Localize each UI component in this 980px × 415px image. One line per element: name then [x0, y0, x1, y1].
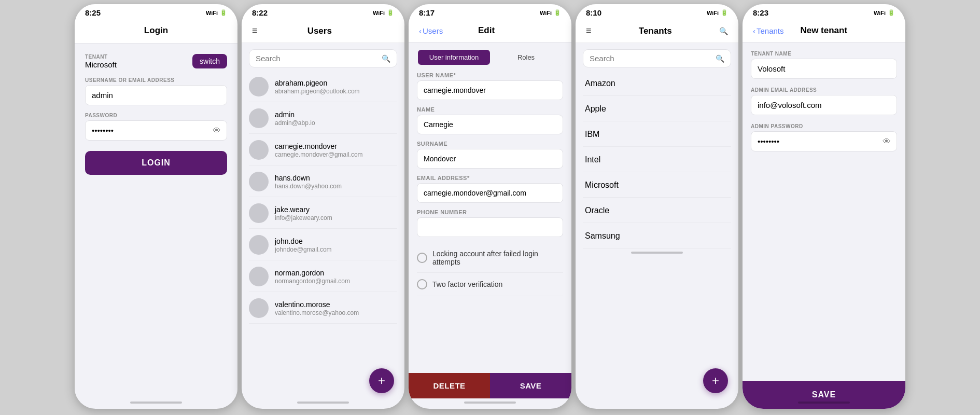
avatar [249, 108, 269, 128]
tenants-search-bar[interactable]: 🔍 [583, 49, 731, 67]
nt-email-label: ADMIN EMAIL ADDRESS [751, 87, 897, 93]
back-to-tenants[interactable]: ‹ Tenants [753, 26, 784, 35]
list-item[interactable]: carnegie.mondover carnegie.mondover@gmai… [249, 135, 397, 165]
status-bar-4: 8:10 WiFi 🔋 [576, 4, 738, 19]
wifi-icon-3: WiFi [540, 10, 552, 16]
search-icon-users: 🔍 [382, 54, 390, 63]
two-factor-checkbox-row[interactable]: Two factor verification [417, 273, 563, 296]
nt-email-input[interactable] [751, 95, 897, 115]
password-input[interactable] [85, 120, 227, 141]
users-search-input[interactable] [256, 54, 377, 63]
tenants-title: Tenants [592, 26, 719, 36]
avatar [249, 235, 269, 255]
save-button[interactable]: SAVE [490, 373, 571, 398]
battery-icon-5: 🔋 [888, 9, 895, 16]
new-tenant-nav-header: ‹ Tenants New tenant [743, 19, 905, 43]
list-item[interactable]: Apple [583, 97, 731, 121]
username-label: USERNAME OR EMAIL ADDRESS [85, 77, 227, 83]
edit-nav-header: ‹ Users Edit [409, 19, 571, 43]
nt-tenant-name-input[interactable] [751, 59, 897, 79]
list-item[interactable]: valentino.morose valentino.morose@yahoo.… [249, 293, 397, 324]
status-bar-5: 8:23 WiFi 🔋 [743, 4, 905, 19]
email-field-input[interactable] [417, 183, 563, 203]
login-header: Login [75, 19, 237, 44]
list-item[interactable]: jake.weary info@jakeweary.com [249, 198, 397, 229]
new-tenant-body: TENANT NAME ADMIN EMAIL ADDRESS ADMIN PA… [743, 43, 905, 398]
login-body: TENANT Microsoft switch USERNAME OR EMAI… [75, 44, 237, 398]
list-item[interactable]: IBM [583, 122, 731, 147]
tenants-search-input[interactable] [590, 54, 711, 63]
list-item[interactable]: Amazon [583, 72, 731, 96]
switch-button[interactable]: switch [192, 54, 227, 68]
battery-icon-4: 🔋 [721, 9, 728, 16]
time-3: 8:17 [419, 8, 435, 17]
menu-icon[interactable]: ≡ [252, 25, 258, 36]
list-item[interactable]: Samsung [583, 224, 731, 248]
email-field-label: EMAIL ADDRESS* [417, 175, 563, 181]
avatar [249, 140, 269, 160]
password-label: PASSWORD [85, 113, 227, 118]
tab-pills: User information Roles [417, 49, 563, 66]
menu-icon-tenants[interactable]: ≡ [586, 25, 592, 36]
tenants-nav-header: ≡ Tenants 🔍 [576, 19, 738, 43]
back-to-users[interactable]: ‹ Users [419, 26, 443, 35]
tab-roles[interactable]: Roles [490, 50, 562, 65]
avatar [249, 77, 269, 96]
wifi-icon-4: WiFi [707, 10, 719, 16]
list-item[interactable]: norman.gordon normangordon@gmail.com [249, 261, 397, 292]
list-item[interactable]: hans.down hans.down@yahoo.com [249, 167, 397, 197]
surname-field-input[interactable] [417, 149, 563, 169]
add-tenant-button[interactable]: + [703, 368, 728, 393]
nt-password-input[interactable] [751, 131, 897, 151]
users-search-bar[interactable]: 🔍 [249, 49, 397, 67]
user-email: normangordon@gmail.com [275, 278, 350, 285]
user-info: abraham.pigeon abraham.pigeon@outlook.co… [275, 79, 360, 95]
username-input[interactable] [85, 85, 227, 105]
name-field-label: NAME [417, 106, 563, 113]
screen-tenants: 8:10 WiFi 🔋 ≡ Tenants 🔍 🔍 Amazon Apple I… [576, 4, 738, 409]
user-email: info@jakeweary.com [275, 214, 332, 222]
user-name: john.doe [275, 237, 332, 245]
user-email: admin@abp.io [275, 119, 315, 127]
name-field-input[interactable] [417, 115, 563, 134]
home-indicator-4 [576, 248, 738, 259]
screen-users: 8:22 WiFi 🔋 ≡ Users 🔍 abraham.pigeon abr… [242, 4, 404, 409]
login-button[interactable]: LOGIN [85, 151, 227, 175]
locking-account-checkbox[interactable] [417, 253, 427, 263]
name-field-group: NAME [417, 106, 563, 134]
list-item[interactable]: john.doe johndoe@gmail.com [249, 230, 397, 260]
surname-field-group: SURNAME [417, 141, 563, 169]
battery-icon: 🔋 [220, 9, 227, 16]
nt-save-button[interactable]: SAVE [743, 381, 905, 409]
user-email: valentino.morose@yahoo.com [275, 309, 359, 316]
list-item[interactable]: abraham.pigeon abraham.pigeon@outlook.co… [249, 72, 397, 102]
tab-user-information[interactable]: User information [418, 50, 490, 65]
status-icons-1: WiFi 🔋 [206, 9, 227, 16]
two-factor-checkbox[interactable] [417, 279, 427, 289]
user-info: carnegie.mondover carnegie.mondover@gmai… [275, 142, 363, 158]
list-item[interactable]: Oracle [583, 199, 731, 223]
add-user-button[interactable]: + [369, 368, 394, 393]
user-info: john.doe johndoe@gmail.com [275, 237, 332, 253]
phone-field-input[interactable] [417, 217, 563, 237]
password-wrapper: 👁 [85, 120, 227, 141]
list-item[interactable]: Microsoft [583, 173, 731, 198]
list-item[interactable]: Intel [583, 148, 731, 172]
new-tenant-title: New tenant [800, 25, 847, 36]
tenant-label: TENANT [85, 54, 117, 60]
username-field-input[interactable] [417, 80, 563, 100]
search-icon-tenants[interactable]: 🔍 [719, 27, 728, 35]
locking-account-checkbox-row[interactable]: Locking account after failed login attem… [417, 243, 563, 273]
user-info: admin admin@abp.io [275, 110, 315, 127]
status-icons-3: WiFi 🔋 [540, 9, 561, 16]
user-name: valentino.morose [275, 300, 359, 309]
tenant-name-display: Microsoft [85, 60, 117, 69]
eye-icon[interactable]: 👁 [213, 126, 221, 135]
delete-button[interactable]: DELETE [409, 373, 490, 398]
status-bar-3: 8:17 WiFi 🔋 [409, 4, 571, 19]
battery-icon-2: 🔋 [387, 9, 394, 16]
nt-eye-icon[interactable]: 👁 [883, 137, 891, 146]
two-factor-label: Two factor verification [432, 280, 502, 288]
list-item[interactable]: admin admin@abp.io [249, 103, 397, 134]
home-indicator-2 [242, 398, 404, 409]
